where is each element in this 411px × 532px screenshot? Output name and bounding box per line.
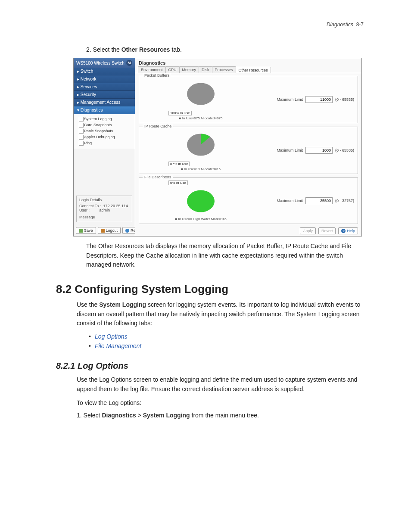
nav-security[interactable]: ▸ Security — [74, 91, 135, 99]
usage-badge: 0% In Use — [168, 180, 188, 185]
menu-system-logging: System Logging — [143, 412, 190, 419]
subtree-applet-debugging[interactable]: Applet Debugging — [79, 134, 133, 140]
menu-diagnostics: Diagnostics — [102, 412, 136, 419]
content-title: Diagnostics — [135, 58, 361, 66]
subtree-core-snapshots[interactable]: Core Snapshots — [79, 122, 133, 128]
login-connect-value: 172.20.25.114 — [103, 204, 128, 208]
page-header-section: Diagnostics — [327, 22, 353, 28]
svg-point-0 — [187, 83, 215, 105]
group-ip-route-cache: IP Route Cache 87% In Use ■ In Use=13 Al… — [139, 127, 358, 174]
pie-chart-ip-route-cache — [184, 130, 218, 160]
subtree-panic-snapshots[interactable]: Panic Snapshots — [79, 128, 133, 134]
link-log-options[interactable]: Log Options — [95, 332, 364, 341]
brand-bar: WS5100 Wireless Switch M — [74, 58, 135, 68]
revert-button[interactable]: Revert — [318, 227, 336, 234]
pie-chart-file-descriptors — [184, 186, 218, 216]
nav-management-access[interactable]: ▸ Management Access — [74, 99, 135, 106]
maxlimit-range: (0 - 32767) — [335, 199, 354, 203]
maxlimit-label: Maximum Limit — [277, 199, 303, 203]
link-file-management[interactable]: File Management — [95, 341, 364, 351]
group-packet-buffers: Packet Buffers 100% In Use ■ In Use=975 … — [139, 76, 358, 123]
login-title: Login Details — [79, 198, 129, 202]
save-icon — [79, 229, 83, 233]
tabname-other-resources: Other Resources — [121, 46, 170, 53]
tab-memory[interactable]: Memory — [179, 66, 199, 73]
maxlimit-range: (0 - 65535) — [335, 148, 354, 152]
page-header: Diagnostics 8-7 — [327, 22, 364, 28]
group-title: File Descriptors — [143, 175, 173, 179]
maxlimit-input-packet-buffers[interactable] — [305, 96, 333, 103]
refresh-icon — [125, 229, 129, 233]
chart-legend: ■ In Use=975 Allocated=975 — [179, 116, 223, 120]
paragraph-log-options: Use the Log Options screen to enable log… — [77, 375, 364, 394]
subtree-system-logging[interactable]: System Logging — [79, 116, 133, 122]
maxlimit-range: (0 - 65535) — [335, 97, 354, 102]
login-message-label: Message — [79, 215, 129, 219]
paragraph-view-log-options: To view the Log options: — [77, 398, 364, 408]
maxlimit-label: Maximum Limit — [277, 148, 303, 152]
group-title: IP Route Cache — [143, 124, 173, 128]
svg-point-2 — [187, 190, 215, 212]
screenshot-diagnostics-other-resources: WS5100 Wireless Switch M ▸ Switch ▸ Netw… — [73, 58, 362, 236]
brand-title: WS5100 Wireless Switch — [76, 61, 125, 65]
tab-environment[interactable]: Environment — [138, 66, 166, 73]
maxlimit-input-file-descriptors[interactable] — [305, 197, 333, 204]
nav-diagnostics[interactable]: ▾ Diagnostics — [74, 106, 135, 114]
logout-button[interactable]: Logout — [98, 227, 121, 234]
tab-other-resources[interactable]: Other Resources — [236, 67, 271, 73]
apply-button[interactable]: Apply — [300, 227, 316, 234]
nav-network[interactable]: ▸ Network — [74, 75, 135, 83]
brand-logo-icon: M — [126, 60, 132, 66]
term-system-logging: System Logging — [99, 301, 146, 308]
nav-services[interactable]: ▸ Services — [74, 83, 135, 91]
logout-icon — [101, 229, 105, 233]
maxlimit-input-ip-route-cache[interactable] — [305, 147, 333, 154]
group-file-descriptors: File Descriptors 0% In Use ■ In Use=0 Hi… — [139, 177, 358, 224]
login-details-box: Login Details Connect To : 172.20.25.114… — [76, 196, 132, 222]
nav-switch[interactable]: ▸ Switch — [74, 68, 135, 75]
maxlimit-label: Maximum Limit — [277, 97, 303, 102]
tab-processes[interactable]: Processes — [212, 66, 236, 73]
paragraph-system-logging: Use the System Logging screen for loggin… — [77, 300, 364, 328]
usage-badge: 87% In Use — [168, 162, 190, 166]
nav-subtree: System Logging Core Snapshots Panic Snap… — [74, 114, 135, 149]
usage-badge: 100% In Use — [168, 111, 192, 115]
group-title: Packet Buffers — [143, 73, 171, 78]
link-list: Log Options File Management — [95, 332, 364, 351]
heading-8-2-1: 8.2.1 Log Options — [56, 361, 364, 371]
help-button[interactable]: ?Help — [338, 227, 358, 234]
pie-chart-packet-buffers — [184, 79, 218, 109]
login-user-value: admin — [100, 208, 110, 212]
chart-legend: ■ In Use=13 Allocated=15 — [181, 167, 221, 171]
subtree-ping[interactable]: Ping — [79, 140, 133, 146]
instruction-step-1: 1. Select Diagnostics > System Logging f… — [77, 411, 364, 420]
tabs: Environment CPU Memory Disk Processes Ot… — [135, 66, 361, 73]
paragraph-other-resources: The Other Resources tab displays the mem… — [86, 242, 364, 270]
page-header-ref: 8-7 — [356, 22, 364, 28]
heading-8-2: 8.2 Configuring System Logging — [56, 283, 364, 296]
tab-cpu[interactable]: CPU — [165, 66, 180, 73]
chart-legend: ■ In Use=0 High Water Mark=945 — [175, 217, 226, 221]
save-button[interactable]: Save — [76, 227, 96, 234]
help-icon: ? — [341, 229, 346, 233]
tab-disk[interactable]: Disk — [199, 66, 212, 73]
instruction-step-2: 2. Select the Other Resources tab. — [86, 45, 364, 54]
